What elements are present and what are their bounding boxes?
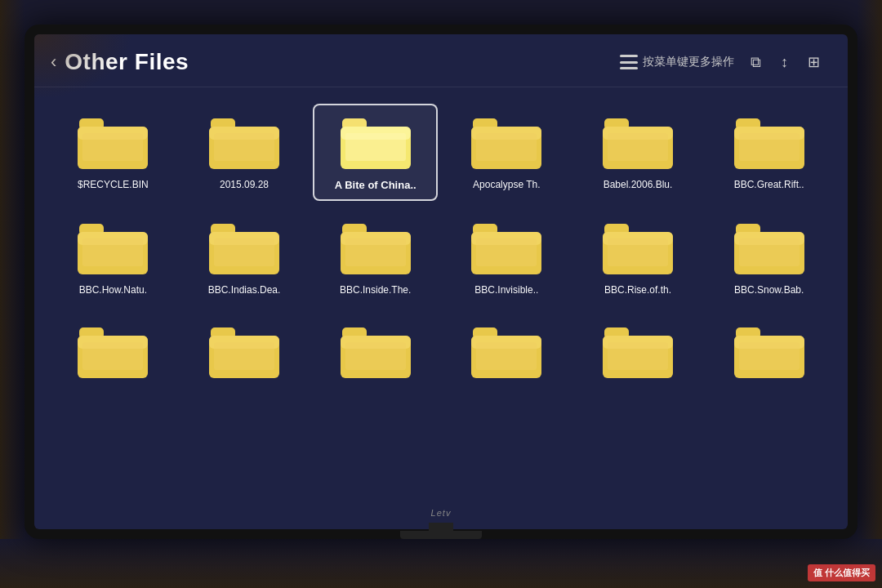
sort-button[interactable]: ↕ [777,51,791,74]
folder-svg [207,319,281,381]
svg-rect-43 [608,238,668,266]
folder-item[interactable]: $RECYCLE.BIN [51,104,176,201]
folder-label: $RECYCLE.BIN [78,179,149,192]
svg-rect-51 [82,342,143,370]
folder-item[interactable]: BBC.Snow.Bab. [706,209,831,305]
svg-rect-31 [214,238,274,266]
folder-item[interactable]: BBC.Indias.Dea. [182,209,307,305]
folder-item[interactable]: BBC.Rise.of.th. [576,209,701,305]
svg-rect-11 [345,133,406,161]
watermark: 值 什么值得买 [808,564,875,581]
folder-item[interactable]: BBC.Inside.The. [313,209,438,305]
folder-label: 2015.09.28 [220,179,269,192]
svg-rect-3 [82,133,143,161]
folder-label: Babel.2006.Blu. [604,179,673,192]
folder-svg [601,319,675,381]
menu-hint-label: 按菜单键更多操作 [643,55,734,69]
folder-item[interactable]: BBC.Invisible.. [444,209,569,305]
grid-button[interactable]: ⊞ [804,50,823,74]
folder-label: Apocalypse Th. [473,179,541,192]
folder-svg [207,110,281,172]
folder-item[interactable]: A Bite of China.. [313,104,438,201]
menu-hint: 按菜单键更多操作 [620,55,734,69]
folder-svg [76,110,149,172]
svg-rect-23 [739,133,800,161]
page-title: Other Files [65,49,189,75]
svg-rect-7 [214,133,274,161]
svg-rect-67 [608,342,668,370]
svg-rect-71 [739,342,800,370]
folder-svg [601,216,675,278]
tv-stand [400,523,482,539]
folder-item[interactable]: Apocalypse Th. [444,104,569,201]
tv-screen: ‹ Other Files 按菜单键更多操作 ⧉ ↕ ⊞ $RECYCLE.BI… [34,34,848,529]
folder-svg [76,319,149,381]
copy-button[interactable]: ⧉ [747,51,764,74]
folder-item[interactable]: 2015.09.28 [182,104,307,201]
folder-svg [76,216,149,278]
folder-label: BBC.Inside.The. [340,284,411,297]
folder-label: BBC.Great.Rift.. [734,179,804,192]
file-grid: $RECYCLE.BIN2015.09.28A Bite of China..A… [34,87,848,404]
svg-rect-27 [82,238,143,266]
folder-svg [601,110,675,172]
svg-rect-35 [345,238,406,266]
folder-label: BBC.Snow.Bab. [734,284,804,297]
back-button[interactable]: ‹ [51,51,56,73]
folder-item[interactable] [444,313,569,396]
menu-icon [620,55,638,69]
folder-item[interactable]: BBC.Great.Rift.. [706,104,831,201]
svg-rect-15 [476,133,537,161]
folder-label: A Bite of China.. [335,179,416,193]
header-bar: ‹ Other Files 按菜单键更多操作 ⧉ ↕ ⊞ [34,34,848,87]
svg-rect-47 [739,238,800,266]
folder-item[interactable] [706,313,831,396]
folder-item[interactable] [51,313,176,396]
folder-label: BBC.Rise.of.th. [604,284,671,297]
folder-item[interactable]: Babel.2006.Blu. [576,104,701,201]
folder-svg [733,319,806,381]
folder-svg [470,110,543,172]
folder-item[interactable]: BBC.How.Natu. [51,209,176,305]
header-left: ‹ Other Files [51,49,189,75]
folder-svg [339,216,412,278]
folder-svg [733,216,806,278]
folder-svg [470,216,543,278]
folder-svg [339,319,412,381]
svg-rect-39 [476,238,537,266]
folder-label: BBC.How.Natu. [79,284,147,297]
folder-svg [339,110,412,172]
folder-label: BBC.Invisible.. [474,284,538,297]
svg-rect-19 [608,133,668,161]
svg-rect-55 [214,342,274,370]
folder-item[interactable] [576,313,701,396]
tv-brand: Letv [431,508,452,518]
folder-svg [470,319,543,381]
svg-rect-63 [476,342,537,370]
tv-bezel: ‹ Other Files 按菜单键更多操作 ⧉ ↕ ⊞ $RECYCLE.BI… [24,24,858,539]
header-right: 按菜单键更多操作 ⧉ ↕ ⊞ [620,50,823,74]
folder-label: BBC.Indias.Dea. [208,284,281,297]
svg-rect-59 [345,342,406,370]
folder-svg [733,110,806,172]
folder-svg [207,216,281,278]
folder-item[interactable] [182,313,307,396]
folder-item[interactable] [313,313,438,396]
